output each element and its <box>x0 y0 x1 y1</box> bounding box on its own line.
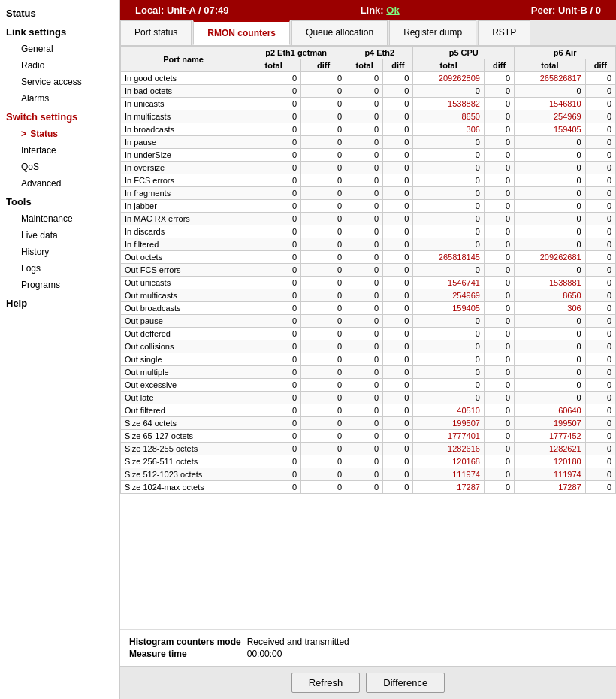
table-row: Out single00000000 <box>121 353 616 366</box>
cell-value: 0 <box>301 225 346 238</box>
cell-value: 254969 <box>413 289 485 302</box>
cell-value: 0 <box>383 455 413 468</box>
sidebar-switch-settings-title: Switch settings <box>0 107 119 126</box>
cell-value: 0 <box>585 340 615 353</box>
table-row: In pause00000000 <box>121 136 616 149</box>
sidebar-item-maintenance[interactable]: Maintenance <box>0 210 119 227</box>
cell-value: 0 <box>301 85 346 98</box>
sidebar-item-programs[interactable]: Programs <box>0 277 119 293</box>
cell-value: 0 <box>484 110 514 123</box>
table-row: In FCS errors00000000 <box>121 174 616 187</box>
sidebar-item-radio[interactable]: Radio <box>0 57 119 74</box>
col-p5-diff: diff <box>484 59 514 72</box>
tab-rmon-counters[interactable]: RMON counters <box>193 20 290 45</box>
cell-value: 0 <box>484 353 514 366</box>
local-info: Local: Unit-A / 07:49 <box>135 5 229 16</box>
tab-register-dump[interactable]: Register dump <box>389 20 476 45</box>
cell-value: 0 <box>301 264 346 277</box>
cell-value: 0 <box>246 455 301 468</box>
cell-value: 0 <box>246 110 301 123</box>
cell-value: 0 <box>301 187 346 200</box>
cell-value: 0 <box>484 392 514 404</box>
cell-value: 0 <box>383 289 413 302</box>
sidebar-item-service-access[interactable]: Service access <box>0 74 119 90</box>
cell-value: 0 <box>585 110 615 123</box>
cell-port-name: Out filtered <box>121 404 246 417</box>
cell-value: 0 <box>585 225 615 238</box>
sidebar-item-alarms[interactable]: Alarms <box>0 90 119 107</box>
cell-value: 0 <box>346 289 383 302</box>
tab-rstp[interactable]: RSTP <box>478 20 530 45</box>
measure-value: 00:00:00 <box>247 648 355 660</box>
sidebar-item-live-data[interactable]: Live data <box>0 227 119 244</box>
cell-value: 0 <box>246 72 301 85</box>
table-row: Size 65-127 octets00001777401017774520 <box>121 430 616 443</box>
sidebar-item-general[interactable]: General <box>0 41 119 57</box>
tab-port-status[interactable]: Port status <box>120 20 192 45</box>
table-row: Size 256-511 octets000012016801201800 <box>121 455 616 468</box>
cell-value: 0 <box>383 481 413 494</box>
arrow-icon: > <box>21 129 29 139</box>
sidebar-item-qos[interactable]: QoS <box>0 159 119 175</box>
table-row: In jabber00000000 <box>121 200 616 213</box>
cell-value: 0 <box>413 136 485 149</box>
table-row: Size 128-255 octets00001282616012826210 <box>121 443 616 455</box>
cell-value: 209262681 <box>515 251 586 264</box>
cell-value: 0 <box>301 468 346 481</box>
refresh-button[interactable]: Refresh <box>291 673 361 693</box>
cell-value: 0 <box>301 251 346 264</box>
cell-value: 0 <box>484 481 514 494</box>
cell-value: 0 <box>484 238 514 251</box>
cell-value: 0 <box>515 392 586 404</box>
cell-value: 0 <box>346 353 383 366</box>
cell-value: 0 <box>413 264 485 277</box>
cell-value: 0 <box>301 289 346 302</box>
cell-value: 0 <box>346 366 383 379</box>
cell-value: 111974 <box>413 468 485 481</box>
cell-value: 0 <box>246 417 301 430</box>
cell-value: 0 <box>301 136 346 149</box>
cell-value: 0 <box>246 277 301 289</box>
button-bar: Refresh Difference <box>120 666 616 699</box>
col-p6-diff: diff <box>585 59 615 72</box>
sidebar-item-logs[interactable]: Logs <box>0 260 119 277</box>
cell-value: 0 <box>301 238 346 251</box>
cell-port-name: Out deffered <box>121 328 246 340</box>
cell-value: 0 <box>484 328 514 340</box>
peer-info: Peer: Unit-B / 0 <box>531 5 601 16</box>
cell-value: 0 <box>246 251 301 264</box>
cell-value: 0 <box>484 251 514 264</box>
cell-value: 0 <box>383 366 413 379</box>
cell-value: 0 <box>246 340 301 353</box>
sidebar-item-interface[interactable]: Interface <box>0 142 119 159</box>
cell-value: 0 <box>246 353 301 366</box>
difference-button[interactable]: Difference <box>366 673 445 693</box>
cell-value: 0 <box>413 187 485 200</box>
cell-value: 0 <box>484 200 514 213</box>
tab-queue-allocation[interactable]: Queue allocation <box>291 20 388 45</box>
cell-value: 0 <box>301 72 346 85</box>
cell-value: 0 <box>301 392 346 404</box>
link-value[interactable]: Ok <box>386 5 399 16</box>
col-p2-diff: diff <box>301 59 346 72</box>
sidebar-item-status[interactable]: > Status <box>0 126 119 142</box>
cell-value: 0 <box>246 136 301 149</box>
cell-value: 0 <box>413 162 485 174</box>
cell-value: 0 <box>413 315 485 328</box>
cell-value: 17287 <box>515 481 586 494</box>
cell-value: 0 <box>585 379 615 392</box>
cell-value: 0 <box>301 200 346 213</box>
cell-value: 0 <box>246 238 301 251</box>
cell-value: 0 <box>585 187 615 200</box>
sidebar-item-advanced[interactable]: Advanced <box>0 175 119 192</box>
cell-port-name: Out pause <box>121 315 246 328</box>
cell-value: 0 <box>346 136 383 149</box>
sidebar-item-history[interactable]: History <box>0 244 119 260</box>
cell-port-name: Size 256-511 octets <box>121 455 246 468</box>
cell-value: 0 <box>246 302 301 315</box>
cell-value: 0 <box>246 392 301 404</box>
cell-value: 0 <box>346 187 383 200</box>
cell-value: 306 <box>413 123 485 136</box>
table-row: In filtered00000000 <box>121 238 616 251</box>
cell-value: 0 <box>346 200 383 213</box>
